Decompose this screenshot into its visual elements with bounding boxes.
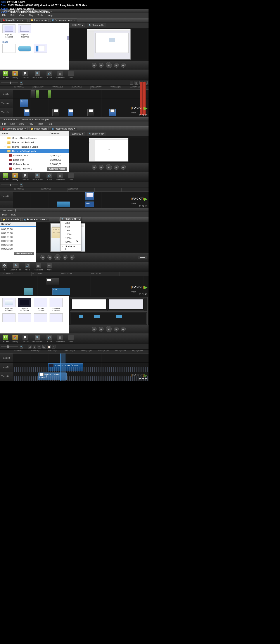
duration-row[interactable]: 0;00;05;00 (0, 239, 36, 243)
produce-share-button[interactable]: ▣Produce and share ▼ (50, 127, 77, 130)
clip-thumb-blank[interactable] (49, 314, 63, 322)
import-media-button[interactable]: 📁Import media (29, 18, 49, 22)
tab-library[interactable]: 📚Library (10, 172, 20, 181)
zoom-option-25[interactable]: 25% (61, 221, 81, 225)
step-forward-button[interactable]: ▶ (114, 63, 119, 68)
image-thumb-1[interactable] (2, 44, 16, 53)
timeline-ruler[interactable]: 00;00;00;0000;00;30;0000;01;00;0000;01;2… (0, 272, 149, 276)
playhead-selection[interactable] (60, 354, 66, 381)
cut-button[interactable]: ✂ (130, 81, 133, 84)
timeline-zoom-slider[interactable] (1, 82, 18, 83)
tab-more[interactable]: ⋯More (67, 334, 75, 343)
clip-capt[interactable] (85, 192, 94, 200)
tab-audio[interactable]: 🔊Audio (45, 172, 54, 181)
menu-file[interactable]: File (0, 13, 8, 17)
library-item-theme-lights[interactable]: −Theme - Calling Lights (0, 149, 69, 153)
step-back-button[interactable]: ◀ (99, 327, 103, 332)
track-label-10[interactable]: Track 10 (0, 354, 13, 362)
step-back-button[interactable]: ◀ (99, 63, 103, 68)
tab-audio[interactable]: 🔊Audio (45, 70, 54, 79)
clip[interactable] (68, 108, 73, 116)
menu-help[interactable]: Help (9, 213, 18, 216)
clip[interactable] (24, 288, 33, 295)
duration-row[interactable]: 0;00;05;00 (0, 243, 36, 247)
play-button[interactable]: ▶ (106, 326, 112, 332)
timeline-ruler[interactable]: 00;00;00;0000;00;10;0000;00;20;00 (0, 188, 149, 192)
playhead[interactable] (60, 354, 61, 381)
tab-transitions[interactable]: ▦Transitions (54, 172, 67, 181)
clip-thumb-capture-7[interactable]: capture-7.camrec (2, 24, 16, 38)
zoom-menu-header[interactable]: 🔍 Shrink to fit ▾ (61, 218, 81, 221)
track-label-5b[interactable] (0, 201, 13, 208)
duration-row[interactable]: 0;00;20;00 (0, 227, 36, 231)
library-item-theme-polished[interactable]: +Theme - All Polished (0, 140, 69, 144)
get-more-media-button[interactable]: Get more media (47, 167, 67, 171)
menu-edit[interactable]: Edit (8, 13, 17, 17)
library-item-callout-arrow[interactable]: Callout - Arrow0;00;05;00 (0, 162, 69, 166)
track-content[interactable]: capt (2, 287, 149, 296)
tab-more[interactable]: ⋯More (45, 262, 54, 271)
library-item-theme-cloud[interactable]: +Theme - Behind a Cloud (0, 144, 69, 149)
next-button[interactable]: ⏭ (121, 327, 126, 332)
produce-share-button[interactable]: ▣Produce and share ▼ (22, 218, 49, 221)
track-6-content[interactable] (13, 192, 149, 201)
tab-library[interactable]: 📚Library (10, 70, 20, 79)
tab-clip-bin[interactable]: 🎞Clip Bin (0, 70, 10, 79)
library-item-music[interactable]: +Music - Sledge Hammer (0, 136, 69, 140)
play-button[interactable]: ▶ (54, 254, 61, 260)
tab-callouts[interactable]: 💬Callouts (20, 334, 31, 343)
prev-button[interactable]: ⏮ (92, 327, 96, 332)
prev-button[interactable]: ⏮ (92, 165, 96, 170)
duration-row[interactable]: 0;00;05;00 (0, 231, 36, 235)
tab-transitions[interactable]: ▦Transitions (54, 334, 67, 343)
track-4-content[interactable]: Te (13, 99, 149, 108)
zoom-option-50[interactable]: 50% (61, 225, 81, 228)
library-item-basic-title[interactable]: Basic Title0;00;05;00 (0, 158, 69, 162)
split-button[interactable]: ⎌ (52, 345, 56, 348)
play-button[interactable]: ▶ (106, 62, 112, 68)
produce-share-button[interactable]: ▣Produce and share ▼ (50, 18, 77, 22)
menu-view[interactable]: View (17, 122, 27, 126)
menu-play[interactable]: Play (0, 213, 9, 216)
step-forward-button[interactable]: ▶ (114, 327, 119, 332)
clip[interactable] (31, 90, 35, 98)
copy-button[interactable]: ◫ (134, 81, 138, 84)
clip[interactable] (36, 90, 39, 98)
paste-button[interactable]: 📋 (47, 345, 51, 348)
zoom-dropdown[interactable]: 🔍 Shrink to fit ▾ (87, 24, 107, 27)
clip-thumb-blank[interactable] (2, 314, 16, 322)
track-8-content[interactable]: capture-1.camrec (Screen) (13, 372, 149, 381)
menu-help[interactable]: Help (45, 122, 55, 126)
timeline-ruler[interactable]: 00;00;00;0000;00;30;0000;01;00;0000;01;3… (0, 350, 149, 354)
clip-thumb-blank[interactable] (18, 314, 32, 322)
library-item-animated-title[interactable]: Animated Title0;00;20;00 (0, 153, 69, 158)
track-3-content[interactable] (13, 108, 149, 117)
dimension-dropdown[interactable]: 1280x720 ▾ (70, 132, 85, 136)
zoom-fit-button[interactable]: 🔍 (20, 345, 23, 348)
zoom-option-100[interactable]: 100% (61, 232, 81, 236)
tab-zoom-pan[interactable]: 🔍Zoom-n-Pan (9, 262, 23, 271)
import-media-button[interactable]: 📁Import media (29, 127, 49, 130)
clip[interactable] (109, 108, 116, 116)
track-content[interactable] (2, 276, 149, 287)
tab-zoom-pan[interactable]: 🔍Zoom-n-Pan (30, 70, 45, 79)
preview-canvas[interactable] (69, 296, 149, 325)
tab-audio[interactable]: 🔊Audio (23, 262, 32, 271)
zoom-fit-button[interactable]: 🔍 (20, 81, 23, 84)
import-media-button[interactable]: 📁Import media (1, 218, 21, 221)
zoom-fit-button[interactable]: 🔍 (20, 183, 23, 187)
menu-file[interactable]: File (0, 122, 8, 126)
timeline-ruler[interactable]: 00;00;00;0000;00;16;2000;00;50;1200;01;3… (0, 86, 149, 90)
preview-canvas[interactable] (70, 29, 147, 60)
menubar[interactable]: File Edit View Play Tools Help (0, 122, 149, 126)
next-button[interactable]: ⏭ (121, 63, 126, 68)
duration-row[interactable]: 0;00;05;00 (0, 235, 36, 239)
track-label-9[interactable]: Track 9 (0, 363, 13, 372)
prev-button[interactable]: ⏮ (40, 255, 45, 260)
tab-transitions[interactable]: ▦Transitions (32, 262, 45, 271)
tab-audio[interactable]: 🔊Audio (45, 334, 54, 343)
clip-thumb-capture-1[interactable]: capture-1.camrec (2, 298, 16, 312)
step-back-button[interactable]: ◀ (47, 255, 52, 260)
clip[interactable] (48, 90, 51, 98)
clip[interactable] (24, 108, 30, 116)
